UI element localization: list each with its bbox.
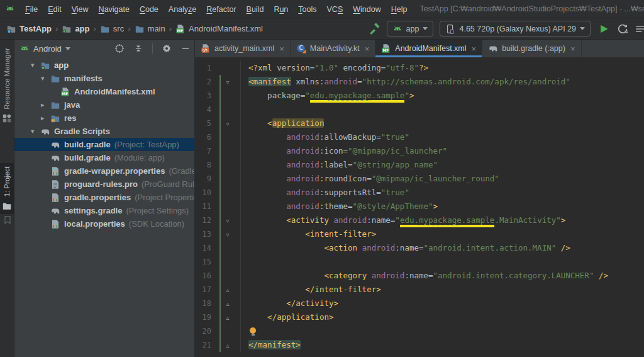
menu-edit[interactable]: Edit	[43, 5, 67, 14]
tool-stripe-1-project[interactable]: 1: Project	[0, 163, 14, 214]
menu-file[interactable]: File	[20, 5, 43, 14]
editor-gutter[interactable]: 8	[195, 158, 241, 172]
code-line-3[interactable]: 3 package="edu.mypackage.sample">	[195, 89, 644, 103]
editor-gutter[interactable]: 6	[195, 130, 241, 144]
code-line-8[interactable]: 8 android:label="@string/app_name"	[195, 158, 644, 172]
fold-marker-icon[interactable]: ▵	[223, 314, 233, 321]
tool-stripe-resource-manager[interactable]: Resource Manager	[0, 45, 14, 127]
close-tab-icon[interactable]: ×	[472, 44, 477, 54]
menu-code[interactable]: Code	[135, 5, 164, 14]
run-configuration-dropdown[interactable]: app	[387, 21, 434, 37]
fold-marker-icon[interactable]: ▿	[223, 120, 233, 127]
menu-tools[interactable]: Tools	[293, 5, 321, 14]
menu-analyze[interactable]: Analyze	[164, 5, 201, 14]
code-line-16[interactable]: 16 <category android:name="android.inten…	[195, 269, 644, 283]
menu-build[interactable]: Build	[242, 5, 269, 14]
tree-expand-arrow-icon[interactable]: ▾	[31, 127, 40, 135]
fold-marker-icon[interactable]: ▵	[223, 342, 233, 349]
build-button[interactable]	[369, 23, 380, 35]
editor-gutter[interactable]: 7	[195, 144, 241, 158]
fold-marker-icon[interactable]: ▿	[223, 217, 233, 224]
code-line-19[interactable]: 19▵ </application>	[195, 310, 644, 324]
tree-item-build.gradle[interactable]: build.gradle(Module: app)	[14, 151, 194, 164]
breadcrumb-app[interactable]: app	[62, 24, 89, 34]
editor-gutter[interactable]: 11	[195, 200, 241, 213]
tree-item-gradle.properties[interactable]: gradle.properties(Project Properties)	[14, 191, 194, 204]
tree-item-java[interactable]: ▸java	[14, 98, 194, 111]
tree-item-gradle-wrapper.properties[interactable]: gradle-wrapper.properties(Gradle Ve	[14, 164, 194, 178]
code-line-20[interactable]: 20	[195, 324, 644, 338]
tree-item-proguard-rules.pro[interactable]: proguard-rules.pro(ProGuard Rules f	[14, 178, 194, 191]
fold-marker-icon[interactable]: ▿	[223, 231, 233, 238]
fold-marker-icon[interactable]: ▿	[223, 79, 233, 86]
menu-vcs[interactable]: VCS	[322, 5, 348, 14]
tree-item-settings.gradle[interactable]: settings.gradle(Project Settings)	[14, 204, 194, 217]
editor-gutter[interactable]: 13▿	[195, 227, 241, 241]
apply-code-changes-button[interactable]	[635, 23, 644, 35]
tree-item-build.gradle[interactable]: build.gradle(Project: TestApp)	[14, 138, 194, 151]
editor-gutter[interactable]: 9	[195, 172, 241, 186]
breadcrumb-main[interactable]: main	[135, 24, 165, 34]
tab-androidmanifest.xml[interactable]: MFAndroidManifest.xml×	[375, 40, 482, 57]
close-tab-icon[interactable]: ×	[279, 44, 284, 54]
editor-gutter[interactable]: 21▵	[195, 338, 241, 352]
menu-help[interactable]: Help	[386, 5, 413, 14]
editor-gutter[interactable]: 5▿	[195, 116, 241, 130]
breadcrumb-androidmanifest.xml[interactable]: MFAndroidManifest.xml	[175, 24, 263, 34]
tree-item-manifests[interactable]: ▾manifests	[14, 72, 194, 85]
tree-expand-arrow-icon[interactable]: ▾	[41, 74, 50, 82]
tree-item-androidmanifest.xml[interactable]: MFAndroidManifest.xml	[14, 85, 194, 98]
tab-activity-main.xml[interactable]: activity_main.xml×	[195, 40, 291, 57]
close-tab-icon[interactable]: ×	[570, 44, 575, 54]
editor-gutter[interactable]: 20	[195, 324, 241, 338]
code-line-15[interactable]: 15	[195, 255, 644, 269]
editor-gutter[interactable]: 12▿	[195, 213, 241, 227]
code-line-1[interactable]: 1<?xml version="1.0" encoding="utf-8"?>	[195, 61, 644, 75]
menu-run[interactable]: Run	[269, 5, 293, 14]
code-line-12[interactable]: 12▿ <activity android:name="edu.mypackag…	[195, 213, 644, 227]
editor-gutter[interactable]: 15	[195, 255, 241, 269]
menu-window[interactable]: Window	[348, 5, 386, 14]
code-line-6[interactable]: 6 android:allowBackup="true"	[195, 130, 644, 144]
close-tab-icon[interactable]: ×	[365, 44, 370, 54]
tree-item-res[interactable]: ▸res	[14, 111, 194, 125]
breadcrumb-testapp[interactable]: TestApp	[6, 24, 52, 34]
code-line-9[interactable]: 9 android:roundIcon="@mipmap/ic_launcher…	[195, 172, 644, 186]
breadcrumb-src[interactable]: src	[100, 24, 124, 34]
tree-expand-arrow-icon[interactable]: ▾	[31, 61, 40, 69]
editor-gutter[interactable]: 14	[195, 241, 241, 255]
code-line-13[interactable]: 13▿ <intent-filter>	[195, 227, 644, 241]
code-line-21[interactable]: 21▵</manifest>	[195, 338, 644, 352]
tree-item-app[interactable]: ▾app	[14, 59, 194, 72]
code-line-10[interactable]: 10 android:supportsRtl="true"	[195, 186, 644, 200]
device-selector-dropdown[interactable]: 4.65 720p (Galaxy Nexus) API 29	[440, 21, 591, 37]
tree-expand-arrow-icon[interactable]: ▸	[41, 114, 50, 122]
code-line-11[interactable]: 11 android:theme="@style/AppTheme">	[195, 200, 644, 213]
settings-gear-button[interactable]	[162, 43, 172, 54]
menu-navigate[interactable]: Navigate	[94, 5, 135, 14]
editor-gutter[interactable]: 10	[195, 186, 241, 200]
project-view-selector[interactable]: Android	[33, 44, 62, 54]
fold-marker-icon[interactable]: ▵	[223, 286, 233, 293]
apply-changes-button[interactable]: A	[617, 23, 628, 35]
locate-file-button[interactable]	[114, 43, 125, 54]
run-button[interactable]	[598, 23, 609, 35]
intention-bulb-icon[interactable]	[250, 327, 256, 334]
editor-gutter[interactable]: 2▿	[195, 75, 241, 89]
tab-build.gradle-app-[interactable]: build.gradle (:app)×	[482, 40, 581, 57]
code-line-14[interactable]: 14 <action android:name="android.intent.…	[195, 241, 644, 255]
editor-gutter[interactable]: 17▵	[195, 283, 241, 297]
editor-gutter[interactable]: 4	[195, 103, 241, 116]
code-editor[interactable]: 1<?xml version="1.0" encoding="utf-8"?>2…	[195, 57, 644, 357]
menu-refactor[interactable]: Refactor	[201, 5, 241, 14]
code-line-18[interactable]: 18▵ </activity>	[195, 297, 644, 310]
hide-panel-button[interactable]	[180, 43, 191, 54]
code-line-4[interactable]: 4	[195, 103, 644, 116]
tree-item-local.properties[interactable]: local.properties(SDK Location)	[14, 217, 194, 230]
editor-gutter[interactable]: 16	[195, 269, 241, 283]
editor-gutter[interactable]: 3	[195, 89, 241, 103]
tab-mainactivity.kt[interactable]: CMainActivity.kt×	[291, 40, 376, 57]
editor-gutter[interactable]: 18▵	[195, 297, 241, 310]
favorites-tool-icon[interactable]	[3, 215, 13, 225]
menu-view[interactable]: View	[67, 5, 94, 14]
